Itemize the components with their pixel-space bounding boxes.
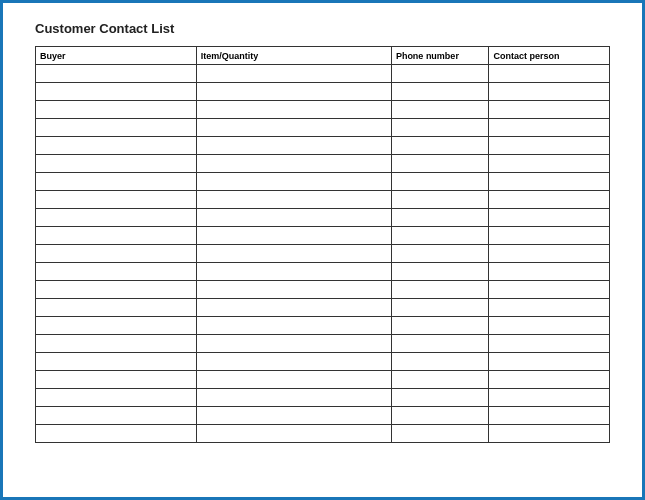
cell-phone-number bbox=[391, 407, 489, 425]
cell-contact-person bbox=[489, 245, 610, 263]
cell-item-quantity bbox=[196, 209, 391, 227]
cell-contact-person bbox=[489, 299, 610, 317]
cell-item-quantity bbox=[196, 119, 391, 137]
cell-phone-number bbox=[391, 119, 489, 137]
cell-item-quantity bbox=[196, 245, 391, 263]
table-body bbox=[36, 65, 610, 443]
table-row bbox=[36, 335, 610, 353]
cell-item-quantity bbox=[196, 191, 391, 209]
cell-contact-person bbox=[489, 119, 610, 137]
table-row bbox=[36, 101, 610, 119]
table-header-row: Buyer Item/Quantity Phone number Contact… bbox=[36, 47, 610, 65]
table-row bbox=[36, 173, 610, 191]
cell-buyer bbox=[36, 425, 197, 443]
table-row bbox=[36, 209, 610, 227]
cell-item-quantity bbox=[196, 173, 391, 191]
cell-buyer bbox=[36, 137, 197, 155]
cell-contact-person bbox=[489, 371, 610, 389]
cell-contact-person bbox=[489, 83, 610, 101]
cell-phone-number bbox=[391, 155, 489, 173]
cell-phone-number bbox=[391, 389, 489, 407]
cell-phone-number bbox=[391, 227, 489, 245]
cell-buyer bbox=[36, 407, 197, 425]
cell-contact-person bbox=[489, 281, 610, 299]
cell-phone-number bbox=[391, 281, 489, 299]
table-row bbox=[36, 155, 610, 173]
table-row bbox=[36, 407, 610, 425]
table-row bbox=[36, 299, 610, 317]
cell-contact-person bbox=[489, 137, 610, 155]
table-row bbox=[36, 137, 610, 155]
cell-phone-number bbox=[391, 101, 489, 119]
cell-phone-number bbox=[391, 137, 489, 155]
column-header-item-quantity: Item/Quantity bbox=[196, 47, 391, 65]
table-row bbox=[36, 119, 610, 137]
cell-buyer bbox=[36, 227, 197, 245]
table-row bbox=[36, 389, 610, 407]
cell-contact-person bbox=[489, 263, 610, 281]
cell-buyer bbox=[36, 299, 197, 317]
column-header-phone-number: Phone number bbox=[391, 47, 489, 65]
cell-phone-number bbox=[391, 191, 489, 209]
table-row bbox=[36, 83, 610, 101]
cell-phone-number bbox=[391, 263, 489, 281]
cell-item-quantity bbox=[196, 263, 391, 281]
cell-contact-person bbox=[489, 425, 610, 443]
table-row bbox=[36, 425, 610, 443]
cell-buyer bbox=[36, 389, 197, 407]
contact-list-table: Buyer Item/Quantity Phone number Contact… bbox=[35, 46, 610, 443]
cell-contact-person bbox=[489, 173, 610, 191]
cell-contact-person bbox=[489, 407, 610, 425]
cell-buyer bbox=[36, 155, 197, 173]
cell-item-quantity bbox=[196, 407, 391, 425]
table-row bbox=[36, 317, 610, 335]
cell-contact-person bbox=[489, 389, 610, 407]
cell-contact-person bbox=[489, 353, 610, 371]
column-header-contact-person: Contact person bbox=[489, 47, 610, 65]
cell-contact-person bbox=[489, 317, 610, 335]
cell-contact-person bbox=[489, 65, 610, 83]
cell-contact-person bbox=[489, 227, 610, 245]
cell-item-quantity bbox=[196, 299, 391, 317]
table-row bbox=[36, 263, 610, 281]
cell-contact-person bbox=[489, 155, 610, 173]
cell-item-quantity bbox=[196, 371, 391, 389]
cell-item-quantity bbox=[196, 137, 391, 155]
cell-phone-number bbox=[391, 371, 489, 389]
cell-phone-number bbox=[391, 353, 489, 371]
cell-phone-number bbox=[391, 299, 489, 317]
cell-buyer bbox=[36, 83, 197, 101]
column-header-buyer: Buyer bbox=[36, 47, 197, 65]
cell-item-quantity bbox=[196, 425, 391, 443]
table-row bbox=[36, 353, 610, 371]
cell-item-quantity bbox=[196, 335, 391, 353]
cell-item-quantity bbox=[196, 389, 391, 407]
cell-phone-number bbox=[391, 425, 489, 443]
cell-phone-number bbox=[391, 209, 489, 227]
cell-buyer bbox=[36, 317, 197, 335]
cell-phone-number bbox=[391, 65, 489, 83]
cell-item-quantity bbox=[196, 155, 391, 173]
cell-buyer bbox=[36, 263, 197, 281]
cell-phone-number bbox=[391, 317, 489, 335]
table-row bbox=[36, 191, 610, 209]
cell-buyer bbox=[36, 65, 197, 83]
cell-item-quantity bbox=[196, 281, 391, 299]
cell-item-quantity bbox=[196, 65, 391, 83]
cell-item-quantity bbox=[196, 83, 391, 101]
cell-buyer bbox=[36, 371, 197, 389]
cell-item-quantity bbox=[196, 317, 391, 335]
cell-buyer bbox=[36, 281, 197, 299]
cell-phone-number bbox=[391, 245, 489, 263]
table-row bbox=[36, 227, 610, 245]
document-frame: Customer Contact List Buyer Item/Quantit… bbox=[0, 0, 645, 500]
cell-item-quantity bbox=[196, 227, 391, 245]
cell-buyer bbox=[36, 191, 197, 209]
table-row bbox=[36, 245, 610, 263]
cell-contact-person bbox=[489, 209, 610, 227]
page-title: Customer Contact List bbox=[35, 21, 610, 36]
cell-buyer bbox=[36, 101, 197, 119]
cell-buyer bbox=[36, 245, 197, 263]
table-row bbox=[36, 371, 610, 389]
cell-contact-person bbox=[489, 335, 610, 353]
